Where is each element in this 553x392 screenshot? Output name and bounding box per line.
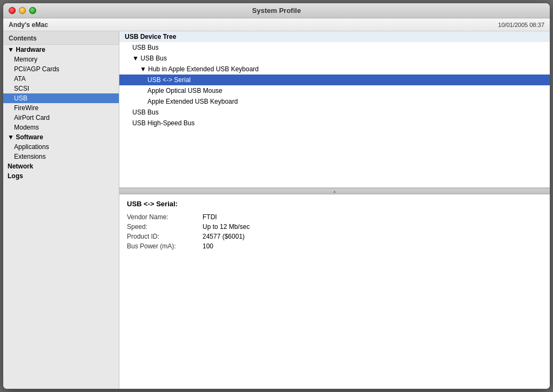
detail-row-speed: Speed: Up to 12 Mb/sec [127, 223, 542, 231]
detail-value-product: 24577 ($6001) [203, 233, 245, 240]
detail-row-buspower: Bus Power (mA): 100 [127, 242, 542, 250]
sidebar-item-hardware[interactable]: ▼ Hardware [3, 45, 119, 55]
detail-value-vendor: FTDI [203, 213, 217, 221]
detail-row-product: Product ID: 24577 ($6001) [127, 233, 542, 240]
tree-item-usb-mouse[interactable]: Apple Optical USB Mouse [119, 85, 550, 96]
traffic-lights [9, 7, 36, 14]
tree-item-hub[interactable]: ▼ Hub in Apple Extended USB Keyboard [119, 64, 550, 75]
tree-header: USB Device Tree [119, 31, 550, 42]
sidebar-item-extensions[interactable]: Extensions [3, 152, 119, 161]
detail-label-product: Product ID: [127, 233, 203, 240]
menu-bar: Andy's eMac 10/01/2005 08:37 [3, 18, 550, 31]
minimize-button[interactable] [19, 7, 26, 14]
tree-panel[interactable]: USB Device Tree USB Bus ▼ USB Bus ▼ Hub … [119, 31, 550, 188]
sidebar-item-logs[interactable]: Logs [3, 171, 119, 181]
detail-label-buspower: Bus Power (mA): [127, 242, 203, 250]
sidebar-item-airport[interactable]: AirPort Card [3, 113, 119, 123]
tree-item-usb-keyboard[interactable]: Apple Extended USB Keyboard [119, 96, 550, 107]
tree-item-usb-bus-3[interactable]: USB Bus [119, 107, 550, 118]
close-button[interactable] [9, 7, 16, 14]
sidebar-item-memory[interactable]: Memory [3, 55, 119, 64]
sidebar: Contents ▼ Hardware Memory PCI/AGP Cards… [3, 31, 119, 389]
detail-value-buspower: 100 [203, 242, 213, 250]
sidebar-item-scsi[interactable]: SCSI [3, 84, 119, 93]
sidebar-item-modems[interactable]: Modems [3, 123, 119, 132]
machine-name: Andy's eMac [9, 21, 48, 29]
detail-title: USB <-> Serial: [127, 200, 542, 208]
tree-item-usb-bus-1[interactable]: USB Bus [119, 42, 550, 53]
detail-label-speed: Speed: [127, 223, 203, 231]
tree-item-usb-highspeed[interactable]: USB High-Speed Bus [119, 118, 550, 129]
sidebar-item-software[interactable]: ▼ Software [3, 132, 119, 142]
sidebar-item-pci[interactable]: PCI/AGP Cards [3, 64, 119, 74]
title-bar: System Profile [3, 3, 550, 18]
sidebar-header: Contents [3, 31, 119, 45]
tree-item-usb-serial[interactable]: USB <-> Serial [119, 75, 550, 85]
detail-row-vendor: Vendor Name: FTDI [127, 213, 542, 221]
window-title: System Profile [252, 6, 301, 15]
maximize-button[interactable] [29, 7, 36, 14]
divider-bar[interactable]: ▲ [119, 188, 550, 194]
divider-arrow: ▲ [333, 189, 337, 194]
sidebar-item-usb[interactable]: USB [3, 93, 119, 103]
sidebar-item-network[interactable]: Network [3, 161, 119, 171]
sidebar-item-firewire[interactable]: FireWire [3, 103, 119, 113]
sidebar-item-applications[interactable]: Applications [3, 142, 119, 152]
sidebar-item-ata[interactable]: ATA [3, 74, 119, 84]
datetime-display: 10/01/2005 08:37 [498, 22, 544, 28]
system-profile-window: System Profile Andy's eMac 10/01/2005 08… [3, 3, 550, 389]
content-area: USB Device Tree USB Bus ▼ USB Bus ▼ Hub … [119, 31, 550, 389]
detail-label-vendor: Vendor Name: [127, 213, 203, 221]
main-content: Contents ▼ Hardware Memory PCI/AGP Cards… [3, 31, 550, 389]
detail-panel: USB <-> Serial: Vendor Name: FTDI Speed:… [119, 194, 550, 389]
detail-value-speed: Up to 12 Mb/sec [203, 223, 249, 231]
tree-item-usb-bus-2[interactable]: ▼ USB Bus [119, 53, 550, 64]
